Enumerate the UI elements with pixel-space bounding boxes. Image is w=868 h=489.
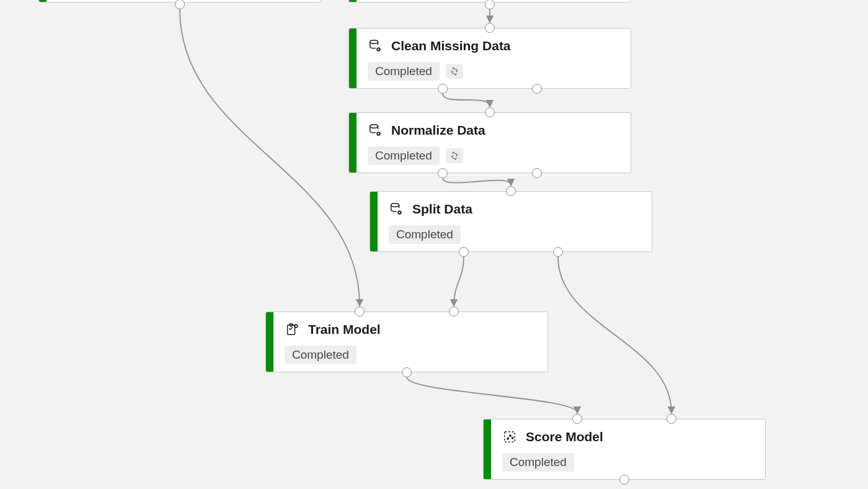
input-port[interactable]	[449, 307, 459, 316]
node-normalize[interactable]: Normalize DataCompleted	[348, 112, 631, 173]
node-title: Score Model	[526, 429, 603, 444]
node-body: Normalize DataCompleted	[356, 113, 631, 173]
node-status-row: Completed	[285, 346, 536, 364]
node-status-row: Completed	[368, 146, 619, 165]
status-badge: Completed	[502, 453, 574, 472]
output-port[interactable]	[485, 0, 495, 9]
status-badge: Completed	[285, 346, 356, 364]
edge	[407, 377, 577, 413]
input-port[interactable]	[485, 23, 495, 33]
edge	[454, 257, 464, 305]
output-port[interactable]	[532, 168, 542, 178]
svg-point-0	[370, 40, 378, 44]
node-title: Clean Missing Data	[391, 38, 511, 53]
input-port[interactable]	[666, 414, 676, 424]
node-clean-missing[interactable]: Clean Missing DataCompleted	[348, 28, 631, 89]
output-port[interactable]	[619, 475, 629, 485]
status-badge: Completed	[389, 225, 461, 244]
edge	[443, 178, 511, 185]
edge	[443, 94, 490, 106]
status-stripe	[484, 419, 491, 479]
node-title-row: Normalize Data	[368, 123, 619, 138]
svg-rect-9	[505, 432, 515, 442]
status-stripe	[349, 29, 356, 88]
svg-point-12	[512, 437, 513, 439]
input-port[interactable]	[355, 307, 365, 316]
scatter-icon	[502, 429, 517, 444]
node-title-row: Score Model	[502, 429, 754, 444]
clipboard-icon	[285, 322, 299, 337]
node-status-row: Completed	[389, 225, 640, 244]
svg-point-2	[370, 125, 378, 128]
recycle-icon	[446, 148, 463, 163]
output-port[interactable]	[402, 367, 412, 377]
input-port[interactable]	[485, 107, 495, 117]
edge	[558, 257, 671, 413]
node-title-row: Split Data	[389, 202, 640, 217]
edge	[180, 9, 360, 305]
node-body: Split DataCompleted	[378, 192, 652, 251]
status-badge: Completed	[368, 62, 440, 81]
node-status-row: Completed	[502, 453, 754, 472]
input-port[interactable]	[506, 186, 516, 196]
output-port[interactable]	[532, 84, 542, 94]
node-title: Split Data	[412, 202, 472, 217]
db-gear-icon	[368, 38, 383, 53]
output-port[interactable]	[175, 0, 185, 9]
input-port[interactable]	[572, 414, 582, 424]
status-stripe	[370, 192, 378, 251]
output-port[interactable]	[553, 247, 563, 257]
db-gear-icon	[368, 123, 383, 138]
svg-point-4	[391, 204, 399, 207]
status-stripe	[349, 0, 356, 2]
output-port[interactable]	[438, 84, 448, 94]
node-split-data[interactable]: Split DataCompleted	[370, 191, 652, 252]
node-train-model[interactable]: Train ModelCompleted	[265, 312, 548, 372]
node-title-row: Train Model	[285, 322, 536, 337]
svg-point-8	[294, 325, 298, 328]
status-stripe	[39, 0, 46, 2]
svg-point-11	[510, 435, 511, 436]
db-gear-icon	[389, 202, 404, 217]
node-title: Train Model	[308, 322, 381, 337]
output-port[interactable]	[438, 168, 448, 178]
status-stripe	[349, 113, 356, 173]
status-badge: Completed	[368, 146, 440, 165]
node-status-row: Completed	[368, 62, 619, 81]
node-body: Train ModelCompleted	[273, 312, 547, 372]
recycle-icon	[446, 64, 463, 79]
node-score-model[interactable]: Score ModelCompleted	[483, 419, 766, 480]
node-title-row: Clean Missing Data	[368, 38, 619, 53]
node-body: Clean Missing DataCompleted	[356, 29, 631, 88]
output-port[interactable]	[459, 247, 469, 257]
node-title: Normalize Data	[391, 123, 485, 138]
status-stripe	[266, 312, 273, 372]
svg-point-10	[507, 438, 508, 439]
node-body: Score ModelCompleted	[491, 419, 765, 479]
